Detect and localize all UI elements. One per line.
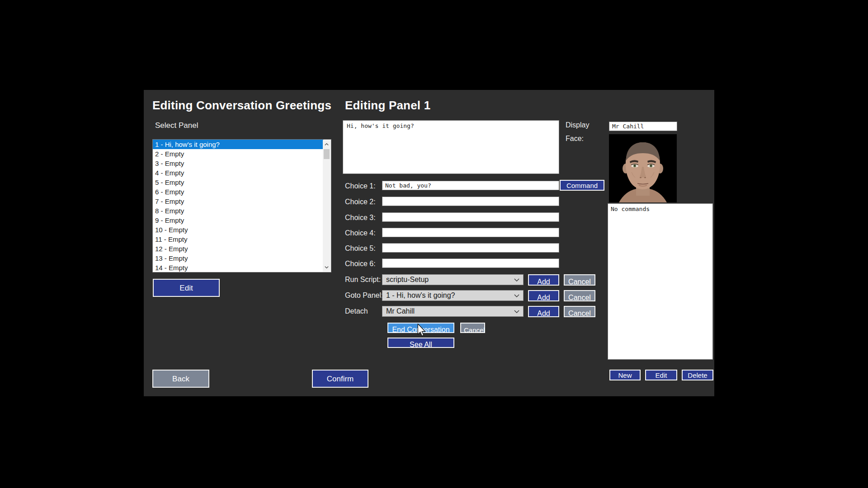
panel-list-item[interactable]: 12 - Empty <box>153 244 323 253</box>
goto-panel-add-button[interactable]: Add <box>528 290 559 301</box>
choice-1-input[interactable] <box>382 181 559 190</box>
choice-2-label: Choice 2: <box>345 198 376 206</box>
choice-5-input[interactable] <box>382 243 559 253</box>
commands-list-item: No commands <box>608 204 712 214</box>
panel-list-item[interactable]: 9 - Empty <box>153 216 323 225</box>
face-label: Face: <box>566 135 584 143</box>
back-button[interactable]: Back <box>152 370 209 388</box>
display-label: Display <box>566 121 589 129</box>
choice-1-label: Choice 1: <box>345 182 376 190</box>
mouse-cursor <box>417 324 426 337</box>
panel-list-item[interactable]: 8 - Empty <box>153 206 323 216</box>
choice-3-input[interactable] <box>382 212 559 222</box>
choice-2-input[interactable] <box>382 197 559 206</box>
run-script-dropdown[interactable]: scriptu-Setup <box>382 274 524 285</box>
panel-list-item[interactable]: 11 - Empty <box>153 235 323 244</box>
panel-list-item[interactable]: 14 - Empty <box>153 263 323 272</box>
character-face-render <box>609 134 677 202</box>
edit-panel-button[interactable]: Edit <box>153 279 220 297</box>
chevron-down-icon <box>514 278 519 282</box>
goto-panel-label: Goto Panel: <box>345 291 383 300</box>
editor-title: Editing Panel 1 <box>345 99 430 113</box>
panel-list-item[interactable]: 13 - Empty <box>153 253 323 263</box>
choice-6-label: Choice 6: <box>345 260 376 268</box>
confirm-button[interactable]: Confirm <box>312 370 368 388</box>
choice-4-label: Choice 4: <box>345 229 376 237</box>
end-conversation-cancel-button[interactable]: Cancel <box>460 323 485 333</box>
detach-cancel-button[interactable]: Cancel <box>564 306 595 317</box>
conversation-editor-window: Editing Conversation Greetings Select Pa… <box>144 90 714 396</box>
panel-list-scrollbar[interactable] <box>323 140 330 272</box>
select-panel-label: Select Panel <box>155 121 198 130</box>
scrollbar-thumb[interactable] <box>324 149 330 159</box>
edit-command-button[interactable]: Edit <box>645 370 677 380</box>
panel-list-item[interactable]: 7 - Empty <box>153 197 323 206</box>
commands-listbox[interactable]: No commands <box>608 203 713 360</box>
scrollbar-up-icon[interactable] <box>324 142 329 147</box>
goto-panel-dropdown[interactable]: 1 - Hi, how's it going? <box>382 290 524 301</box>
chevron-down-icon <box>514 294 519 298</box>
panel-list-item[interactable]: 5 - Empty <box>153 178 323 187</box>
delete-command-button[interactable]: Delete <box>682 370 713 380</box>
run-script-cancel-button[interactable]: Cancel <box>564 274 595 286</box>
panel-list-item[interactable]: 1 - Hi, how's it going? <box>153 140 323 149</box>
command-button[interactable]: Command <box>560 180 604 191</box>
detach-label: Detach <box>345 307 368 315</box>
run-script-add-button[interactable]: Add <box>528 274 559 286</box>
screen-background: Editing Conversation Greetings Select Pa… <box>0 0 868 488</box>
scrollbar-down-icon[interactable] <box>324 265 329 270</box>
panel-text-area[interactable]: Hi, how's it going? <box>343 120 559 174</box>
panel-list-item[interactable]: 4 - Empty <box>153 168 323 178</box>
detach-add-button[interactable]: Add <box>528 306 559 317</box>
panel-list[interactable]: 1 - Hi, how's it going?2 - Empty3 - Empt… <box>152 139 331 272</box>
choice-3-label: Choice 3: <box>345 214 376 222</box>
panel-list-item[interactable]: 10 - Empty <box>153 225 323 235</box>
panel-list-item[interactable]: 6 - Empty <box>153 187 323 197</box>
see-all-button[interactable]: See All <box>387 338 454 348</box>
left-panel-title: Editing Conversation Greetings <box>152 99 331 113</box>
panel-list-item[interactable]: 2 - Empty <box>153 149 323 159</box>
choice-5-label: Choice 5: <box>345 244 376 253</box>
panel-list-item[interactable]: 3 - Empty <box>153 159 323 168</box>
detach-dropdown[interactable]: Mr Cahill <box>382 306 524 317</box>
new-command-button[interactable]: New <box>609 370 641 380</box>
choice-4-input[interactable] <box>382 228 559 237</box>
face-image <box>609 134 677 202</box>
display-name-input[interactable] <box>609 122 677 131</box>
run-script-label: Run Script: <box>345 276 381 284</box>
choice-6-input[interactable] <box>382 258 559 268</box>
chevron-down-icon <box>514 310 519 314</box>
goto-panel-cancel-button[interactable]: Cancel <box>564 290 595 301</box>
